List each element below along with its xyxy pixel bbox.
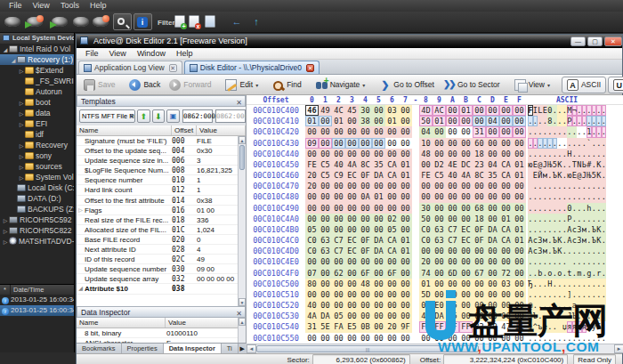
hex-byte[interactable]: 00: [419, 159, 433, 170]
template-field-row[interactable]: Update sequence size in...0063: [77, 156, 246, 166]
hex-byte[interactable]: 00: [513, 311, 526, 321]
hex-byte[interactable]: 00: [459, 214, 473, 224]
dropdown-arrow-icon[interactable]: ▾: [255, 82, 258, 88]
template-field-row[interactable]: Offset to the first attribute0140x38: [77, 196, 246, 206]
hex-byte[interactable]: C7: [446, 224, 459, 235]
hex-byte[interactable]: 00: [385, 203, 399, 214]
sidebar-item-sony[interactable]: ▷sony: [0, 150, 75, 161]
hex-byte[interactable]: 00: [486, 191, 499, 202]
hex-byte[interactable]: EC: [459, 235, 473, 246]
hex-byte[interactable]: 00: [399, 138, 412, 149]
hex-byte[interactable]: 03: [385, 105, 399, 116]
hex-byte[interactable]: 00: [305, 214, 319, 224]
hex-byte[interactable]: 00: [345, 224, 359, 235]
sidebar-item--fs-swrin[interactable]: _FS_SWRIN: [0, 76, 75, 86]
hex-byte[interactable]: 04: [419, 126, 433, 137]
hex-byte[interactable]: 00: [473, 311, 486, 321]
hex-byte[interactable]: 00: [399, 181, 412, 191]
hex-row[interactable]: 00C010C5304ADA0500000000004ADA0500000000…: [247, 311, 623, 321]
hex-byte[interactable]: 63: [433, 235, 446, 246]
hex-byte[interactable]: 00: [359, 149, 372, 159]
scroll-down-icon[interactable]: ▼: [239, 298, 246, 306]
hex-byte[interactable]: 00: [372, 256, 385, 267]
hex-byte[interactable]: FE: [419, 170, 433, 181]
hex-byte[interactable]: 00: [359, 138, 372, 149]
hex-byte[interactable]: 01: [332, 116, 345, 126]
hex-byte[interactable]: 63: [319, 246, 332, 256]
sidebar-item-recovery-1-[interactable]: ◢Recovery (1:): [0, 54, 75, 65]
hex-byte[interactable]: 00: [513, 214, 526, 224]
hex-byte[interactable]: CA: [499, 224, 513, 235]
hex-byte[interactable]: CA: [385, 235, 399, 246]
hex-byte[interactable]: 00: [513, 105, 526, 116]
hex-row[interactable]: 00C010C4D0C063C7EC0FDACA0100000000000000…: [247, 246, 623, 256]
hex-row[interactable]: 00C010C440000000000000000048000000180000…: [247, 149, 623, 159]
hex-byte[interactable]: 00: [513, 289, 526, 300]
hex-byte[interactable]: 00: [459, 149, 473, 159]
ascii-cell[interactable]: ..b.o.o.t.m.g.r.: [528, 268, 606, 279]
hex-byte[interactable]: 00: [359, 300, 372, 311]
inspector-row[interactable]: 8 bit, binary01000110: [77, 328, 246, 338]
hex-byte[interactable]: 01: [399, 159, 412, 170]
hex-byte[interactable]: 00: [332, 214, 345, 224]
hex-byte[interactable]: DA: [372, 246, 385, 256]
sidebar-item-system-vol[interactable]: ▷System Vol: [0, 172, 75, 182]
hex-byte[interactable]: 00: [459, 126, 473, 137]
hex-byte[interactable]: FF: [459, 321, 473, 332]
hex-byte[interactable]: 00: [345, 256, 359, 267]
ascii-cell[interactable]: JЪ......JЪ......: [528, 311, 606, 321]
hex-byte[interactable]: 01: [499, 214, 513, 224]
expander-icon[interactable]: ▷: [2, 226, 9, 236]
hex-byte[interactable]: 00: [359, 203, 372, 214]
expander-icon[interactable]: ◢: [2, 44, 9, 54]
hex-byte[interactable]: 0F: [359, 170, 372, 181]
app-menu-help[interactable]: Help: [85, 0, 112, 12]
hex-byte[interactable]: 00: [419, 333, 433, 344]
hex-byte[interactable]: 79: [486, 321, 499, 332]
hex-byte[interactable]: 0F: [473, 235, 486, 246]
hex-byte[interactable]: 00: [486, 333, 499, 344]
hex-row[interactable]: 00C010C46020C5C9EC0FDACA01FEC5404A8C35CA…: [247, 170, 623, 181]
hex-byte[interactable]: 4A: [345, 159, 359, 170]
hex-byte[interactable]: 00: [499, 105, 513, 116]
hex-byte[interactable]: 05: [446, 311, 459, 321]
hex-byte[interactable]: 48: [419, 149, 433, 159]
image-button[interactable]: [70, 13, 92, 30]
hex-byte[interactable]: 00: [372, 149, 385, 159]
hex-byte[interactable]: 40: [332, 159, 345, 170]
hex-byte[interactable]: 00: [372, 214, 385, 224]
hex-row[interactable]: 00C010C51000000000000000005D000000000000…: [247, 289, 623, 300]
hex-byte[interactable]: 00: [486, 289, 499, 300]
hex-byte[interactable]: 01: [372, 191, 385, 202]
goto-sector-button[interactable]: Go to Sector: [439, 77, 505, 93]
hex-byte[interactable]: 01: [513, 170, 526, 181]
hex-byte[interactable]: 01: [305, 116, 319, 126]
hex-byte[interactable]: 20: [385, 321, 399, 332]
close-button[interactable]: ✕: [604, 36, 622, 46]
hex-byte[interactable]: 63: [433, 224, 446, 235]
template-field-row[interactable]: $LogFile Sequence Num...00816,821,325: [77, 166, 246, 175]
scan-disk-button[interactable]: [24, 13, 45, 30]
hex-byte[interactable]: CA: [385, 170, 399, 181]
tab-close-icon[interactable]: ✕: [306, 64, 314, 72]
hex-byte[interactable]: 00: [473, 289, 486, 300]
expander-icon[interactable]: ▷: [18, 151, 25, 161]
hex-byte[interactable]: 00: [372, 321, 385, 332]
expander-icon[interactable]: ▷: [18, 162, 25, 172]
hex-byte[interactable]: 07: [305, 268, 319, 279]
ascii-cell[interactable]: АcЗм.ЪК.........: [528, 246, 606, 256]
hex-byte[interactable]: 00: [499, 203, 513, 214]
hex-byte[interactable]: 20: [419, 256, 433, 267]
hex-byte[interactable]: 00: [359, 289, 372, 300]
hex-byte[interactable]: 6F: [359, 268, 372, 279]
template-field-row[interactable]: Signature (must be 'FILE')000FILE: [77, 136, 246, 146]
editor-menu-view[interactable]: View: [104, 48, 132, 60]
hex-byte[interactable]: 00: [305, 333, 319, 344]
hex-byte[interactable]: 00: [433, 149, 446, 159]
hex-byte[interactable]: 00: [305, 203, 319, 214]
ascii-cell[interactable]: ............`...: [528, 138, 606, 149]
scroll-right-icon[interactable]: ►: [614, 344, 623, 353]
hex-byte[interactable]: 00: [305, 126, 319, 137]
hex-byte[interactable]: 00: [399, 279, 412, 289]
hex-byte[interactable]: 00: [332, 138, 345, 149]
